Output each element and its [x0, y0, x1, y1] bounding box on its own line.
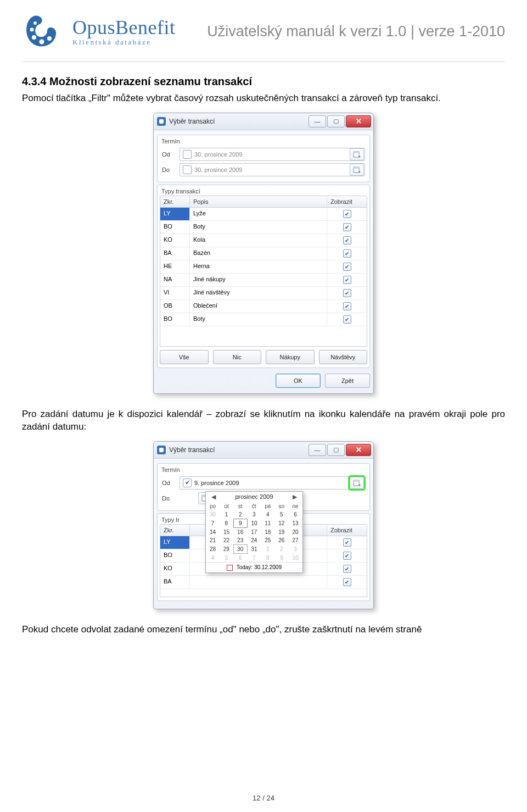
show-checkbox[interactable]: ✔	[343, 578, 351, 586]
calendar-day[interactable]: 6	[288, 510, 302, 519]
date-do-value: 30. prosince 2009	[194, 166, 350, 173]
calendar-day[interactable]: 7	[206, 519, 220, 527]
date-od-field[interactable]: 30. prosince 2009	[180, 148, 365, 161]
date-do-checkbox[interactable]	[183, 165, 192, 174]
table-row[interactable]: BOBoty✔	[160, 313, 367, 326]
table-row[interactable]: KOKola✔	[160, 234, 367, 247]
show-checkbox[interactable]: ✔	[343, 289, 351, 297]
show-checkbox[interactable]: ✔	[343, 210, 351, 218]
table-row[interactable]: LYLyže✔	[160, 208, 367, 221]
close-button[interactable]: ✕	[346, 115, 371, 127]
calendar-next-icon[interactable]: ▶	[290, 493, 299, 500]
calendar-day[interactable]: 3	[288, 544, 302, 553]
calendar-day[interactable]: 24	[247, 536, 261, 545]
calendar-day[interactable]: 6	[233, 553, 247, 562]
titlebar[interactable]: Výběr transakcí — ▢ ✕	[154, 113, 373, 130]
calendar-day[interactable]: 15	[220, 527, 233, 536]
table-row[interactable]: BA✔	[160, 576, 367, 589]
calendar-day[interactable]: 3	[247, 510, 261, 519]
calendar-day[interactable]: 5	[220, 553, 233, 562]
calendar-day[interactable]: 20	[288, 527, 302, 536]
calendar-day[interactable]: 9	[233, 519, 247, 527]
calendar-day[interactable]: 2	[233, 510, 247, 519]
calendar-day[interactable]: 8	[220, 519, 233, 527]
minimize-button[interactable]: —	[309, 115, 326, 127]
show-checkbox[interactable]: ✔	[343, 552, 351, 560]
date-od-checkbox[interactable]: ✔	[183, 479, 192, 487]
calendar-day[interactable]: 30	[206, 510, 220, 519]
calendar-day[interactable]: 19	[274, 527, 288, 536]
calendar-day[interactable]: 4	[206, 553, 220, 562]
calendar-day[interactable]: 21	[206, 536, 220, 545]
date-do-field[interactable]: 30. prosince 2009	[180, 163, 365, 176]
date-od-checkbox[interactable]	[183, 150, 192, 159]
titlebar[interactable]: Výběr transakcí — ▢ ✕	[154, 442, 373, 459]
calendar-day[interactable]: 28	[206, 544, 220, 553]
calendar-day[interactable]: 29	[220, 544, 233, 553]
maximize-button[interactable]: ▢	[327, 444, 345, 456]
calendar-day[interactable]: 9	[274, 553, 288, 562]
calendar-today-row[interactable]: Today: 30.12.2009	[206, 562, 302, 572]
btn-navstevy[interactable]: Návštěvy	[319, 350, 368, 364]
calendar-day[interactable]: 10	[247, 519, 261, 527]
table-row[interactable]: HEHerna✔	[160, 260, 367, 274]
calendar-day[interactable]: 13	[288, 519, 302, 527]
calendar-day[interactable]: 8	[261, 553, 274, 562]
ok-button[interactable]: OK	[276, 374, 321, 388]
calendar-day[interactable]: 4	[261, 510, 274, 519]
calendar-day[interactable]: 23	[233, 536, 247, 545]
show-checkbox[interactable]: ✔	[343, 538, 351, 547]
calendar-prev-icon[interactable]: ◀	[209, 493, 218, 500]
calendar-day[interactable]: 25	[261, 536, 274, 545]
calendar-icon[interactable]	[350, 477, 364, 489]
minimize-button[interactable]: —	[309, 444, 326, 456]
paragraph-intro: Pomocí tlačítka „Filtr" můžete vybrat ča…	[22, 92, 505, 105]
calendar-dow: ne	[288, 502, 302, 510]
app-icon	[157, 117, 166, 126]
show-checkbox[interactable]: ✔	[343, 276, 351, 284]
btn-nakupy[interactable]: Nákupy	[266, 350, 315, 364]
calendar-day[interactable]: 22	[220, 536, 233, 545]
calendar-day[interactable]: 7	[247, 553, 261, 562]
calendar-day[interactable]: 31	[247, 544, 261, 553]
calendar-day[interactable]: 10	[288, 553, 302, 562]
calendar-day[interactable]: 11	[261, 519, 274, 527]
calendar-icon[interactable]	[350, 164, 364, 176]
window-title: Výběr transakcí	[169, 446, 215, 454]
calendar-popup[interactable]: ◀ prosinec 2009 ▶ poútstčtpásone 3012345…	[205, 491, 303, 573]
calendar-day[interactable]: 14	[206, 527, 220, 536]
show-checkbox[interactable]: ✔	[343, 565, 351, 573]
calendar-day[interactable]: 2	[274, 544, 288, 553]
show-checkbox[interactable]: ✔	[343, 302, 351, 310]
cell-popis: Boty	[190, 313, 327, 326]
calendar-day[interactable]: 12	[274, 519, 288, 527]
show-checkbox[interactable]: ✔	[343, 315, 351, 324]
show-checkbox[interactable]: ✔	[343, 236, 351, 244]
calendar-day[interactable]: 18	[261, 527, 274, 536]
show-checkbox[interactable]: ✔	[343, 223, 351, 231]
calendar-day[interactable]: 30	[233, 544, 247, 553]
table-row[interactable]: VIJiné návštěvy✔	[160, 287, 367, 300]
date-od-field[interactable]: ✔ 9. prosince 2009 ◀ prosinec 2009 ▶	[180, 476, 365, 490]
svg-rect-8	[354, 167, 359, 169]
show-checkbox[interactable]: ✔	[343, 249, 351, 258]
table-row[interactable]: BOBoty✔	[160, 221, 367, 234]
table-row[interactable]: OBOblečení✔	[160, 300, 367, 313]
table-row[interactable]: NAJiné nákupy✔	[160, 274, 367, 287]
zpet-button[interactable]: Zpět	[325, 374, 370, 388]
calendar-day[interactable]: 5	[274, 510, 288, 519]
calendar-day[interactable]: 17	[247, 527, 261, 536]
maximize-button[interactable]: ▢	[327, 115, 345, 127]
show-checkbox[interactable]: ✔	[343, 263, 351, 271]
calendar-day[interactable]: 1	[220, 510, 233, 519]
calendar-icon[interactable]	[350, 148, 364, 160]
close-button[interactable]: ✕	[346, 444, 371, 456]
calendar-day[interactable]: 27	[288, 536, 302, 545]
calendar-day[interactable]: 1	[261, 544, 274, 553]
label-od: Od	[162, 151, 175, 158]
calendar-day[interactable]: 26	[274, 536, 288, 545]
btn-vse[interactable]: Vše	[160, 350, 209, 364]
calendar-day[interactable]: 16	[233, 527, 247, 536]
table-row[interactable]: BABazén✔	[160, 247, 367, 260]
btn-nic[interactable]: Nic	[213, 350, 262, 364]
